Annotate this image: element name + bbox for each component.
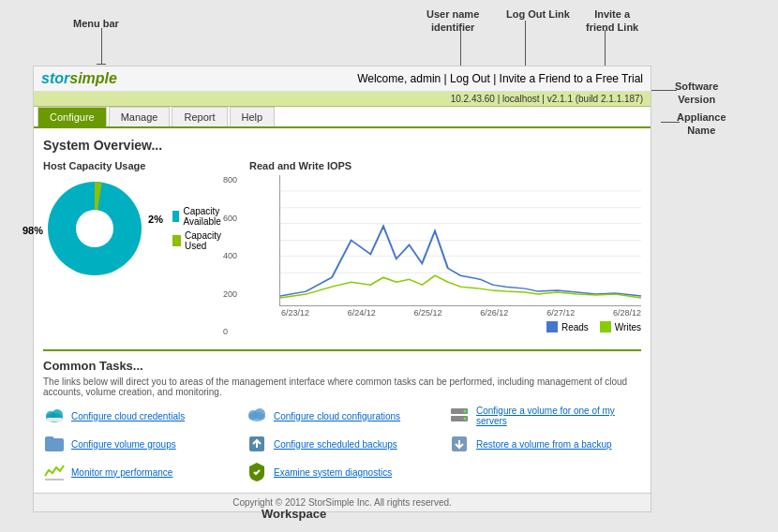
menu-bar-arrow <box>101 28 102 64</box>
task-item-5: Configure scheduled backups <box>246 433 439 455</box>
logo-text2: simple <box>69 70 117 86</box>
y-0: 0 <box>223 327 237 336</box>
task-item-3: Configure a volume for one of my servers <box>448 405 641 427</box>
charts-row: Host Capacity Usage 98% 2 <box>43 160 641 336</box>
logout-link[interactable]: Log Out <box>450 72 490 85</box>
task-item-2: Configure cloud configurations <box>246 405 439 427</box>
legend-available: Capacity Available <box>172 206 231 227</box>
server-icon <box>448 405 471 427</box>
pie-section: Host Capacity Usage 98% 2 <box>43 160 231 336</box>
iops-title: Read and Write IOPS <box>249 160 641 171</box>
workspace-label: Workspace <box>262 507 326 521</box>
task-link-4[interactable]: Configure volume groups <box>71 439 176 450</box>
pie-legend: Capacity Available Capacity Used <box>172 206 231 255</box>
legend-color-used <box>172 235 181 246</box>
task-link-5[interactable]: Configure scheduled backups <box>274 439 397 450</box>
chart-area <box>279 175 641 306</box>
pie-label-98: 98% <box>22 225 43 236</box>
menu-bar-annotation: Menu bar <box>73 17 119 30</box>
pie-label-2: 2% <box>148 214 163 225</box>
main-content: storsimple Welcome, admin | Log Out | In… <box>33 66 651 512</box>
writes-color <box>600 321 611 332</box>
y-labels: 800 600 400 200 0 <box>223 175 237 336</box>
shield-icon <box>246 461 268 483</box>
task-link-1[interactable]: Configure cloud credentials <box>71 411 185 421</box>
footer: Copyright © 2012 StorSimple Inc. All rig… <box>34 493 651 511</box>
x-6: 6/28/12 <box>613 308 641 318</box>
menu-bar-arrow-h <box>97 64 106 65</box>
nav-help[interactable]: Help <box>230 107 276 126</box>
overview-title: System Overview... <box>43 138 641 153</box>
y-600: 600 <box>223 214 237 223</box>
nav-configure[interactable]: Configure <box>37 107 107 126</box>
pie-wrapper: 98% 2% <box>43 177 146 283</box>
chart-container: 800 600 400 200 0 <box>249 175 641 336</box>
task-item-6: Restore a volume from a backup <box>448 433 641 455</box>
line-legend: Reads Writes <box>279 321 641 336</box>
tasks-desc: The links below will direct you to areas… <box>43 377 641 397</box>
y-200: 200 <box>223 289 237 299</box>
svg-point-14 <box>254 408 265 420</box>
y-400: 400 <box>223 251 237 260</box>
status-bar: 10.2.43.60 | localhost | v2.1.1 (build 2… <box>34 92 651 107</box>
welcome-text: Welcome, admin | <box>357 72 447 85</box>
iops-chart <box>280 175 641 305</box>
restore-icon <box>448 433 471 455</box>
task-link-3[interactable]: Configure a volume for one of my servers <box>476 406 641 426</box>
line-section: Read and Write IOPS 800 600 400 200 0 <box>249 160 641 336</box>
y-800: 800 <box>223 175 237 185</box>
x-labels: 6/23/12 6/24/12 6/25/12 6/26/12 6/27/12 … <box>279 308 641 318</box>
reads-label: Reads <box>561 322 589 332</box>
task-link-6[interactable]: Restore a volume from a backup <box>476 439 612 450</box>
user-info: Welcome, admin | Log Out | Invite a Frie… <box>357 72 643 85</box>
logout-arrow <box>525 21 526 66</box>
legend-reads: Reads <box>546 321 589 332</box>
legend-writes: Writes <box>600 321 641 332</box>
backup-icon <box>246 433 268 455</box>
tasks-grid: Configure cloud credentials Configure cl… <box>43 405 641 483</box>
invite-annotation: Invite a friend Link <box>586 7 638 35</box>
task-link-7[interactable]: Monitor my performance <box>71 467 172 478</box>
svg-point-18 <box>464 418 467 421</box>
svg-point-1 <box>76 210 113 247</box>
reads-color <box>546 321 558 332</box>
nav-manage[interactable]: Manage <box>109 107 171 126</box>
writes-label: Writes <box>615 322 641 332</box>
x-5: 6/27/12 <box>546 308 575 318</box>
an-arrow <box>661 122 680 123</box>
task-link-8[interactable]: Examine system diagnostics <box>274 467 392 478</box>
software-version-annotation: Software Version <box>675 80 718 107</box>
logout-annotation: Log Out Link <box>506 7 570 21</box>
nav-bar: Configure Manage Report Help <box>34 107 651 128</box>
tasks-title: Common Tasks... <box>43 359 641 373</box>
task-item-1: Configure cloud credentials <box>43 405 236 427</box>
logo-text: stor <box>41 70 69 86</box>
legend-color-available <box>172 211 179 222</box>
top-bar: storsimple Welcome, admin | Log Out | In… <box>34 66 651 92</box>
nav-report[interactable]: Report <box>172 107 227 126</box>
folder-icon <box>43 433 66 455</box>
pie-chart <box>43 177 146 280</box>
username-arrow <box>460 30 461 66</box>
task-item-7: Monitor my performance <box>43 461 236 483</box>
appliance-name-annotation: Appliance Name <box>677 111 726 138</box>
legend-used: Capacity Used <box>172 230 231 251</box>
username-annotation: User name identifier <box>426 7 479 35</box>
x-1: 6/23/12 <box>281 308 309 318</box>
task-link-2[interactable]: Configure cloud configurations <box>274 411 400 421</box>
tasks-section: Common Tasks... The links below will dir… <box>43 349 641 483</box>
x-4: 6/26/12 <box>480 308 508 318</box>
svg-point-17 <box>464 410 467 413</box>
content-area: System Overview... Host Capacity Usage 9… <box>34 128 651 493</box>
logo: storsimple <box>41 70 117 87</box>
pie-title: Host Capacity Usage <box>43 160 231 171</box>
invite-link[interactable]: Invite a Friend to a Free Trial <box>500 72 643 85</box>
sv-arrow-h <box>660 90 677 91</box>
invite-arrow <box>605 30 606 66</box>
x-3: 6/25/12 <box>414 308 442 318</box>
svg-rect-11 <box>47 418 62 421</box>
monitor-icon <box>43 461 66 483</box>
cloud-icon-1 <box>43 405 66 427</box>
pie-container: 98% 2% <box>43 177 231 283</box>
sv-arrow <box>651 90 661 91</box>
